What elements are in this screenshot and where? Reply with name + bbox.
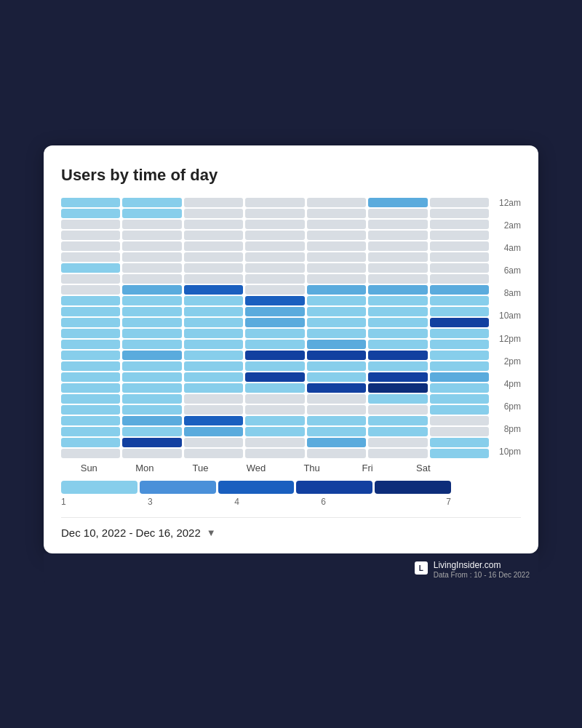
footer-section[interactable]: Dec 10, 2022 - Dec 16, 2022 ▼ xyxy=(61,517,521,539)
grid-rows xyxy=(61,198,489,458)
heatmap-cell xyxy=(61,405,120,415)
heatmap-cell xyxy=(430,449,489,458)
grid-row xyxy=(61,383,489,393)
grid-row xyxy=(61,405,489,415)
grid-row xyxy=(61,252,489,262)
day-label: Thu xyxy=(284,463,340,473)
heatmap-cell xyxy=(307,231,366,240)
heatmap-cell xyxy=(61,241,120,251)
heatmap-cell xyxy=(61,427,120,436)
grid-row xyxy=(61,263,489,273)
legend-number: 7 xyxy=(407,497,451,507)
heatmap-cell xyxy=(122,296,181,305)
heatmap-cell xyxy=(122,252,181,262)
heatmap-cell xyxy=(61,383,120,393)
grid-row xyxy=(61,394,489,404)
heatmap-cell xyxy=(307,241,366,251)
day-label: Sun xyxy=(61,463,117,473)
heatmap-cell xyxy=(122,351,181,360)
day-label: Sat xyxy=(395,463,451,473)
heatmap-cell xyxy=(368,361,427,371)
heatmap-cell xyxy=(307,449,366,458)
heatmap-cell xyxy=(307,405,366,415)
heatmap-cell xyxy=(245,209,304,218)
heatmap-cell xyxy=(184,263,243,273)
heatmap-cell xyxy=(184,296,243,305)
heatmap-cell xyxy=(61,198,120,207)
heatmap-cell xyxy=(368,405,427,415)
heatmap-cell xyxy=(430,416,489,425)
heatmap-cell xyxy=(122,340,181,349)
heatmap-cell xyxy=(184,198,243,207)
heatmap-cell xyxy=(184,449,243,458)
heatmap-cell xyxy=(184,340,243,349)
heatmap-cell xyxy=(61,285,120,295)
heatmap-cell xyxy=(122,416,181,425)
day-label: Mon xyxy=(117,463,173,473)
heatmap-cell xyxy=(430,394,489,404)
time-label: 8pm xyxy=(495,424,521,434)
date-range: Dec 10, 2022 - Dec 16, 2022 xyxy=(61,527,201,539)
heatmap-cell xyxy=(368,274,427,284)
grid-row xyxy=(61,198,489,207)
heatmap-grid: SunMonTueWedThuFriSat 13467 xyxy=(61,198,489,507)
heatmap-cell xyxy=(184,231,243,240)
heatmap-cell xyxy=(430,296,489,305)
heatmap-cell xyxy=(307,383,366,393)
day-labels: SunMonTueWedThuFriSat xyxy=(61,463,489,473)
heatmap-cell xyxy=(184,252,243,262)
heatmap-cell xyxy=(184,274,243,284)
heatmap-cell xyxy=(430,220,489,229)
heatmap-cell xyxy=(307,220,366,229)
brand-icon: L xyxy=(415,561,428,575)
heatmap-cell xyxy=(430,318,489,327)
heatmap-cell xyxy=(184,405,243,415)
heatmap-cell xyxy=(245,231,304,240)
heatmap-cell xyxy=(368,372,427,382)
brand-name: LivingInsider.com xyxy=(434,560,501,570)
grid-row xyxy=(61,372,489,382)
heatmap-cell xyxy=(368,438,427,447)
heatmap-cell xyxy=(61,318,120,327)
heatmap-cell xyxy=(368,198,427,207)
heatmap-cell xyxy=(368,263,427,273)
heatmap-cell xyxy=(307,416,366,425)
heatmap-cell xyxy=(184,394,243,404)
heatmap-cell xyxy=(430,231,489,240)
chart-area: SunMonTueWedThuFriSat 13467 12am2am4am6a… xyxy=(61,198,521,507)
heatmap-cell xyxy=(368,252,427,262)
heatmap-cell xyxy=(122,307,181,316)
heatmap-cell xyxy=(122,220,181,229)
heatmap-cell xyxy=(368,241,427,251)
heatmap-cell xyxy=(307,351,366,360)
grid-row xyxy=(61,427,489,436)
grid-row xyxy=(61,285,489,295)
time-label: 12pm xyxy=(495,334,521,344)
heatmap-cell xyxy=(307,361,366,371)
heatmap-cell xyxy=(61,263,120,273)
legend-number: 6 xyxy=(321,497,407,507)
heatmap-cell xyxy=(184,318,243,327)
heatmap-cell xyxy=(368,209,427,218)
heatmap-cell xyxy=(245,263,304,273)
heatmap-cell xyxy=(368,329,427,338)
chevron-down-icon[interactable]: ▼ xyxy=(207,527,216,538)
legend-number: 1 xyxy=(61,497,148,507)
legend-bar xyxy=(218,481,295,494)
heatmap-cell xyxy=(61,252,120,262)
heatmap-cell xyxy=(245,383,304,393)
heatmap-cell xyxy=(368,285,427,295)
time-label: 4am xyxy=(495,243,521,253)
heatmap-cell xyxy=(122,383,181,393)
grid-row xyxy=(61,231,489,240)
heatmap-cell xyxy=(122,329,181,338)
heatmap-cell xyxy=(61,307,120,316)
heatmap-cell xyxy=(307,427,366,436)
heatmap-cell xyxy=(430,307,489,316)
heatmap-cell xyxy=(61,274,120,284)
heatmap-cell xyxy=(245,329,304,338)
time-label: 2am xyxy=(495,220,521,231)
legend-number: 4 xyxy=(234,497,321,507)
heatmap-cell xyxy=(122,449,181,458)
heatmap-cell xyxy=(245,405,304,415)
